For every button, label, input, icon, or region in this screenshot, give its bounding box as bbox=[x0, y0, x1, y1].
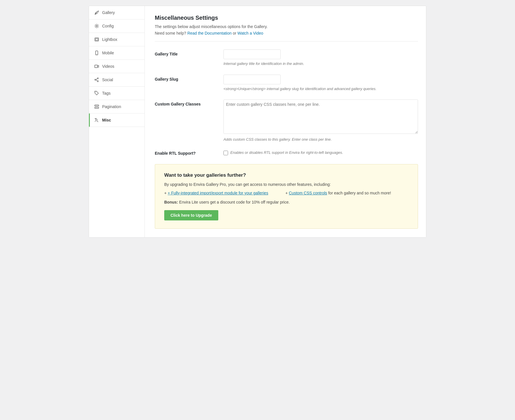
custom-gallery-classes-textarea[interactable] bbox=[223, 99, 418, 134]
svg-rect-2 bbox=[96, 39, 98, 40]
lightbox-icon bbox=[94, 37, 99, 42]
svg-line-10 bbox=[96, 80, 97, 81]
upgrade-box: Want to take your galleries further? By … bbox=[155, 164, 418, 229]
sidebar-item-tags[interactable]: Tags bbox=[89, 87, 144, 100]
gear-icon bbox=[94, 23, 99, 29]
gallery-title-label: Gallery Title bbox=[155, 49, 223, 56]
custom-css-link[interactable]: Custom CSS controls bbox=[289, 191, 327, 195]
sidebar-item-gallery[interactable]: Gallery bbox=[89, 6, 144, 19]
sidebar-label-misc: Misc bbox=[102, 118, 111, 122]
sidebar-label-lightbox: Lightbox bbox=[102, 37, 117, 42]
sidebar-label-gallery: Gallery bbox=[102, 10, 115, 15]
sidebar-item-config[interactable]: Config bbox=[89, 19, 144, 33]
upgrade-feature-2: + Custom CSS controls for each gallery a… bbox=[285, 191, 391, 195]
read-documentation-link[interactable]: Read the Documentation bbox=[187, 31, 232, 35]
svg-point-6 bbox=[97, 78, 98, 79]
bonus-label: Bonus: bbox=[164, 200, 179, 204]
gallery-slug-label: Gallery Slug bbox=[155, 75, 223, 81]
upgrade-feature-1: + + Fully-integrated import/export modul… bbox=[164, 191, 268, 195]
gallery-title-row: Gallery Title Internal gallery title for… bbox=[155, 49, 418, 67]
social-icon bbox=[94, 77, 99, 82]
svg-rect-5 bbox=[95, 65, 98, 68]
rtl-support-label: Enable RTL Support? bbox=[155, 150, 223, 156]
svg-point-11 bbox=[96, 92, 96, 93]
sidebar-item-videos[interactable]: Videos bbox=[89, 60, 144, 73]
upgrade-bonus: Bonus: Envira Lite users get a discount … bbox=[164, 200, 409, 204]
custom-gallery-classes-hint: Adds custom CSS classes to this gallery.… bbox=[223, 137, 418, 142]
sidebar: Gallery Config Lightbox bbox=[89, 6, 145, 237]
sidebar-item-misc[interactable]: Misc bbox=[89, 114, 144, 127]
import-export-link[interactable]: + Fully-integrated import/export module … bbox=[168, 191, 268, 195]
gallery-slug-row: Gallery Slug <strong>Unique</strong> int… bbox=[155, 75, 418, 92]
upgrade-title: Want to take your galleries further? bbox=[164, 172, 409, 178]
svg-point-0 bbox=[96, 25, 98, 27]
page-description: The settings below adjust miscellaneous … bbox=[155, 23, 418, 30]
sidebar-label-tags: Tags bbox=[102, 91, 111, 95]
sidebar-item-social[interactable]: Social bbox=[89, 73, 144, 87]
gallery-slug-field: <strong>Unique</strong> internal gallery… bbox=[223, 75, 418, 92]
rtl-support-hint: Enables or disables RTL support in Envir… bbox=[230, 150, 343, 155]
custom-gallery-classes-row: Custom Gallery Classes Adds custom CSS c… bbox=[155, 99, 418, 142]
video-icon bbox=[94, 64, 99, 69]
sidebar-label-social: Social bbox=[102, 77, 113, 82]
sidebar-item-mobile[interactable]: Mobile bbox=[89, 46, 144, 60]
gallery-title-input[interactable] bbox=[223, 49, 281, 59]
upgrade-description: By upgrading to Envira Gallery Pro, you … bbox=[164, 182, 409, 187]
page-title: Miscellaneous Settings bbox=[155, 15, 418, 21]
custom-gallery-classes-label: Custom Gallery Classes bbox=[155, 99, 223, 106]
rtl-support-row: Enable RTL Support? Enables or disables … bbox=[155, 150, 418, 156]
svg-rect-13 bbox=[95, 107, 99, 108]
custom-gallery-classes-field: Adds custom CSS classes to this gallery.… bbox=[223, 99, 418, 142]
rtl-support-field: Enables or disables RTL support in Envir… bbox=[223, 150, 343, 155]
rtl-support-checkbox[interactable] bbox=[223, 151, 228, 155]
svg-point-4 bbox=[96, 54, 97, 55]
upgrade-features: + + Fully-integrated import/export modul… bbox=[164, 191, 409, 195]
sidebar-item-lightbox[interactable]: Lightbox bbox=[89, 33, 144, 46]
section-divider bbox=[155, 41, 418, 41]
misc-icon bbox=[94, 118, 99, 123]
svg-point-8 bbox=[95, 79, 96, 80]
tags-icon bbox=[94, 91, 99, 96]
mobile-icon bbox=[94, 50, 99, 55]
main-content: Miscellaneous Settings The settings belo… bbox=[145, 6, 426, 237]
sidebar-item-pagination[interactable]: Pagination bbox=[89, 100, 144, 114]
svg-line-9 bbox=[96, 79, 97, 80]
help-text: Need some help? Read the Documentation o… bbox=[155, 31, 418, 35]
sidebar-label-config: Config bbox=[102, 24, 114, 28]
svg-point-7 bbox=[97, 81, 98, 82]
bonus-text: Envira Lite users get a discount code fo… bbox=[179, 200, 290, 204]
leaf-icon bbox=[94, 10, 99, 15]
upgrade-button[interactable]: Click here to Upgrade bbox=[164, 210, 218, 220]
gallery-slug-hint: <strong>Unique</strong> internal gallery… bbox=[223, 86, 418, 92]
gallery-title-hint: Internal gallery title for identificatio… bbox=[223, 61, 418, 67]
gallery-slug-input[interactable] bbox=[223, 75, 281, 84]
svg-rect-12 bbox=[95, 105, 99, 106]
sidebar-label-mobile: Mobile bbox=[102, 51, 114, 55]
gallery-title-field: Internal gallery title for identificatio… bbox=[223, 49, 418, 67]
app-container: Gallery Config Lightbox bbox=[89, 6, 426, 238]
watch-video-link[interactable]: Watch a Video bbox=[237, 31, 263, 35]
sidebar-label-videos: Videos bbox=[102, 64, 114, 69]
sidebar-label-pagination: Pagination bbox=[102, 104, 121, 109]
pagination-icon bbox=[94, 104, 99, 109]
